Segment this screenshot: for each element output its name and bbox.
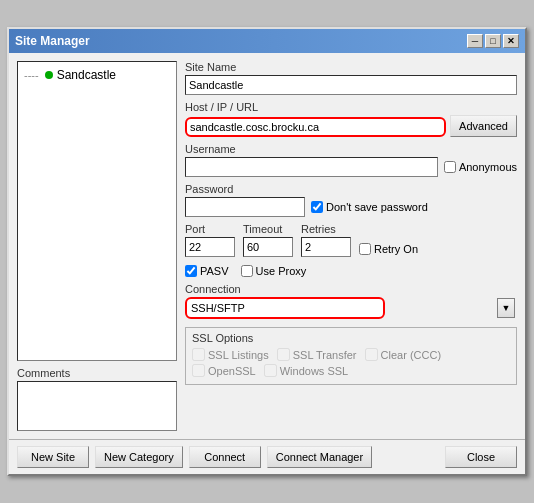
timeout-input[interactable]: [243, 237, 293, 257]
right-panel: Site Name Host / IP / URL Advanced Usern…: [185, 61, 517, 431]
site-name-input[interactable]: [185, 75, 517, 95]
connection-select-wrap: SSH/SFTP ▼: [185, 297, 517, 319]
ssl-listings-text: SSL Listings: [208, 349, 269, 361]
clear-ccc-label: Clear (CCC): [365, 348, 442, 361]
tree-item-sandcastle[interactable]: ---- Sandcastle: [22, 66, 172, 84]
site-name-group: Site Name: [185, 61, 517, 95]
openssl-text: OpenSSL: [208, 365, 256, 377]
openssl-checkbox: [192, 364, 205, 377]
new-category-button[interactable]: New Category: [95, 446, 183, 468]
password-label: Password: [185, 183, 517, 195]
port-group: Port: [185, 223, 235, 257]
host-row: Advanced: [185, 115, 517, 137]
host-label: Host / IP / URL: [185, 101, 517, 113]
site-name-label: Site Name: [185, 61, 517, 73]
windows-ssl-checkbox: [264, 364, 277, 377]
windows-ssl-label: Windows SSL: [264, 364, 348, 377]
select-arrow-icon: ▼: [497, 298, 515, 318]
tree-dot-icon: [45, 71, 53, 79]
retries-group: Retries: [301, 223, 351, 257]
clear-ccc-text: Clear (CCC): [381, 349, 442, 361]
ssl-options-label: SSL Options: [192, 332, 510, 344]
tree-site-label: Sandcastle: [57, 68, 116, 82]
retry-on-checkbox[interactable]: [359, 243, 371, 255]
comments-label: Comments: [17, 367, 177, 379]
windows-ssl-text: Windows SSL: [280, 365, 348, 377]
ssl-listings-checkbox: [192, 348, 205, 361]
advanced-button[interactable]: Advanced: [450, 115, 517, 137]
close-button[interactable]: ✕: [503, 34, 519, 48]
pasv-label: PASV: [200, 265, 229, 277]
openssl-label: OpenSSL: [192, 364, 256, 377]
ssl-transfer-checkbox: [277, 348, 290, 361]
ssl-transfer-label: SSL Transfer: [277, 348, 357, 361]
username-group: Username Anonymous: [185, 143, 517, 177]
dont-save-label: Don't save password: [326, 201, 428, 213]
left-panel: ---- Sandcastle Comments: [17, 61, 177, 431]
options-row: PASV Use Proxy: [185, 265, 517, 277]
anonymous-checkbox-label[interactable]: Anonymous: [444, 161, 517, 173]
title-bar-buttons: ─ □ ✕: [467, 34, 519, 48]
retry-on-group: Retry On: [359, 243, 418, 257]
port-input[interactable]: [185, 237, 235, 257]
connection-label: Connection: [185, 283, 517, 295]
connect-manager-button[interactable]: Connect Manager: [267, 446, 372, 468]
timeout-group: Timeout: [243, 223, 293, 257]
title-bar: Site Manager ─ □ ✕: [9, 29, 525, 53]
ssl-row-1: SSL Listings SSL Transfer Clear (CCC): [192, 348, 510, 361]
new-site-button[interactable]: New Site: [17, 446, 89, 468]
retry-on-label: Retry On: [374, 243, 418, 255]
host-group: Host / IP / URL Advanced: [185, 101, 517, 137]
username-label: Username: [185, 143, 517, 155]
minimize-button[interactable]: ─: [467, 34, 483, 48]
dont-save-checkbox-label[interactable]: Don't save password: [311, 201, 428, 213]
ssl-transfer-text: SSL Transfer: [293, 349, 357, 361]
password-row: Don't save password: [185, 197, 517, 217]
connection-group: Connection SSH/SFTP ▼: [185, 283, 517, 319]
retries-input[interactable]: [301, 237, 351, 257]
password-group: Password Don't save password: [185, 183, 517, 217]
ssl-listings-label: SSL Listings: [192, 348, 269, 361]
password-input[interactable]: [185, 197, 305, 217]
site-tree: ---- Sandcastle: [17, 61, 177, 361]
username-input[interactable]: [185, 157, 438, 177]
connect-button[interactable]: Connect: [189, 446, 261, 468]
tree-dashes: ----: [24, 69, 39, 81]
host-input-wrap: [185, 117, 446, 137]
site-manager-window: Site Manager ─ □ ✕ ---- Sandcastle Comme…: [7, 27, 527, 476]
connection-select[interactable]: SSH/SFTP: [185, 297, 385, 319]
use-proxy-checkbox[interactable]: [241, 265, 253, 277]
retries-label: Retries: [301, 223, 351, 235]
anonymous-label: Anonymous: [459, 161, 517, 173]
pasv-checkbox-label[interactable]: PASV: [185, 265, 229, 277]
username-row: Anonymous: [185, 157, 517, 177]
clear-ccc-checkbox: [365, 348, 378, 361]
comments-box[interactable]: [17, 381, 177, 431]
port-timeout-row: Port Timeout Retries Retry On: [185, 223, 517, 257]
close-dialog-button[interactable]: Close: [445, 446, 517, 468]
use-proxy-checkbox-label[interactable]: Use Proxy: [241, 265, 307, 277]
host-input[interactable]: [185, 117, 446, 137]
ssl-section: SSL Options SSL Listings SSL Transfer Cl…: [185, 327, 517, 385]
ssl-row-2: OpenSSL Windows SSL: [192, 364, 510, 377]
bottom-bar: New Site New Category Connect Connect Ma…: [9, 439, 525, 474]
anonymous-checkbox[interactable]: [444, 161, 456, 173]
port-label: Port: [185, 223, 235, 235]
window-title: Site Manager: [15, 34, 90, 48]
timeout-label: Timeout: [243, 223, 293, 235]
retry-on-checkbox-label[interactable]: Retry On: [359, 243, 418, 255]
pasv-checkbox[interactable]: [185, 265, 197, 277]
dont-save-checkbox[interactable]: [311, 201, 323, 213]
maximize-button[interactable]: □: [485, 34, 501, 48]
use-proxy-label: Use Proxy: [256, 265, 307, 277]
window-content: ---- Sandcastle Comments Site Name Host …: [9, 53, 525, 439]
